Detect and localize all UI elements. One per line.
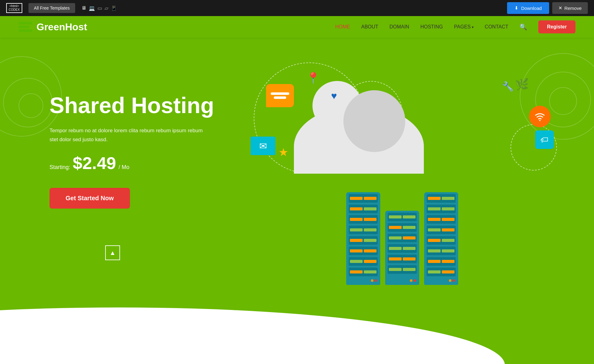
laptop-icon[interactable]: 💻	[89, 5, 95, 11]
led-dot	[375, 279, 377, 282]
close-icon: ✕	[558, 5, 562, 11]
price-starting-label: Starting:	[50, 164, 70, 171]
server-row	[349, 215, 378, 224]
server-dots	[410, 279, 416, 282]
chat-line	[274, 96, 286, 99]
server-tower-1	[346, 192, 380, 285]
site-logo-text: GreenHost	[37, 21, 87, 33]
search-icon[interactable]: 🔍	[519, 23, 527, 31]
nav-links: HOME ABOUT DOMAIN HOSTING PAGES CONTACT …	[335, 20, 575, 33]
register-button[interactable]: Register	[538, 20, 575, 33]
server-row	[427, 236, 456, 245]
chat-line	[271, 92, 289, 95]
server-row	[388, 255, 417, 263]
led-dot	[453, 279, 455, 282]
download-button[interactable]: ⬇ Download	[507, 2, 549, 14]
mobile-icon[interactable]: 📱	[111, 5, 117, 11]
price-period: / Mo	[118, 164, 129, 171]
nav-home[interactable]: HOME	[335, 24, 350, 30]
logo-icon	[19, 21, 32, 33]
server-row	[427, 215, 456, 224]
chat-bubble-icon	[266, 84, 294, 107]
device-icons: 🖥 💻 ▭ ▱ 📱	[81, 5, 117, 11]
server-tower-3	[424, 192, 458, 285]
envelope-icon: ✉	[251, 137, 275, 155]
site-logo: GreenHost	[19, 21, 87, 33]
server-row	[349, 194, 378, 203]
cloud-shape	[294, 106, 424, 174]
heart-icon: ♥	[331, 90, 337, 102]
download-icon: ⬇	[514, 5, 519, 11]
server-tower-2	[385, 211, 419, 285]
svg-point-0	[539, 120, 540, 121]
star-icon: ★	[278, 146, 288, 159]
all-templates-button[interactable]: All Free Templates	[28, 3, 75, 13]
led-dot	[414, 279, 416, 282]
toolbar-right: ⬇ Download ✕ Remove	[507, 2, 588, 14]
logo-codex: CODEX	[9, 8, 20, 12]
tablet-icon[interactable]: ▭	[97, 5, 102, 11]
server-dots	[371, 279, 377, 282]
get-started-button[interactable]: Get Started Now	[50, 188, 130, 209]
cloud-illustration	[285, 81, 433, 174]
desktop-icon[interactable]: 🖥	[81, 5, 86, 11]
download-label: Download	[521, 6, 542, 11]
location-pin-icon: 📍	[306, 72, 320, 85]
price-amount: $2.49	[73, 153, 116, 173]
remove-label: Remove	[564, 6, 582, 11]
server-row	[388, 244, 417, 253]
server-row	[427, 205, 456, 213]
server-row	[349, 226, 378, 234]
hero-section: Shared Hosting Tempor rebum no at dolore…	[0, 38, 594, 364]
nav-pages[interactable]: PAGES	[454, 24, 474, 30]
wrench-icon: 🔧	[502, 81, 514, 92]
led-dot	[410, 279, 412, 282]
server-row	[349, 268, 378, 276]
hero-description: Tempor rebum no at dolore lorem clita re…	[50, 126, 204, 144]
toolbar-left: <html> CODEX All Free Templates 🖥 💻 ▭ ▱ …	[6, 3, 117, 13]
mobile-landscape-icon[interactable]: ▱	[105, 5, 108, 11]
nav-contact[interactable]: CONTACT	[485, 24, 508, 30]
logo-bar-2	[19, 26, 29, 28]
led-dot	[371, 279, 373, 282]
hero-price: Starting: $2.49 / Mo	[50, 153, 260, 173]
server-row	[388, 213, 417, 221]
scroll-up-button[interactable]: ▲	[105, 245, 120, 260]
logo-bar-3	[19, 29, 32, 32]
server-row	[349, 205, 378, 213]
nav-hosting[interactable]: HOSTING	[420, 24, 443, 30]
toolbar: <html> CODEX All Free Templates 🖥 💻 ▭ ▱ …	[0, 0, 594, 16]
server-row	[349, 257, 378, 266]
server-row	[349, 236, 378, 245]
logo-bar-1	[19, 22, 32, 24]
wifi-icon	[529, 106, 551, 127]
server-row	[427, 194, 456, 203]
hero-content: Shared Hosting Tempor rebum no at dolore…	[0, 38, 594, 279]
server-row	[427, 268, 456, 276]
nav-domain[interactable]: DOMAIN	[390, 24, 409, 30]
hero-title: Shared Hosting	[50, 93, 260, 118]
server-row	[427, 226, 456, 234]
site-navbar: GreenHost HOME ABOUT DOMAIN HOSTING PAGE…	[0, 16, 594, 38]
server-row	[388, 234, 417, 242]
server-dots	[449, 279, 455, 282]
server-row	[388, 265, 417, 274]
remove-button[interactable]: ✕ Remove	[552, 2, 588, 14]
led-dot	[449, 279, 451, 282]
hero-text: Shared Hosting Tempor rebum no at dolore…	[50, 93, 260, 209]
nav-about[interactable]: ABOUT	[361, 24, 378, 30]
tag-icon: 🏷	[535, 130, 554, 149]
server-towers	[346, 192, 458, 285]
server-row	[349, 247, 378, 255]
server-row	[427, 257, 456, 266]
htmlcodex-logo: <html> CODEX	[6, 3, 22, 13]
server-row	[427, 247, 456, 255]
server-row	[388, 223, 417, 232]
hero-illustration: 📍 ♥ ✉ ★ 🌿 🏷 🔧	[260, 75, 544, 260]
leaf-icon: 🌿	[515, 78, 529, 91]
logo-html: <html>	[9, 4, 20, 8]
